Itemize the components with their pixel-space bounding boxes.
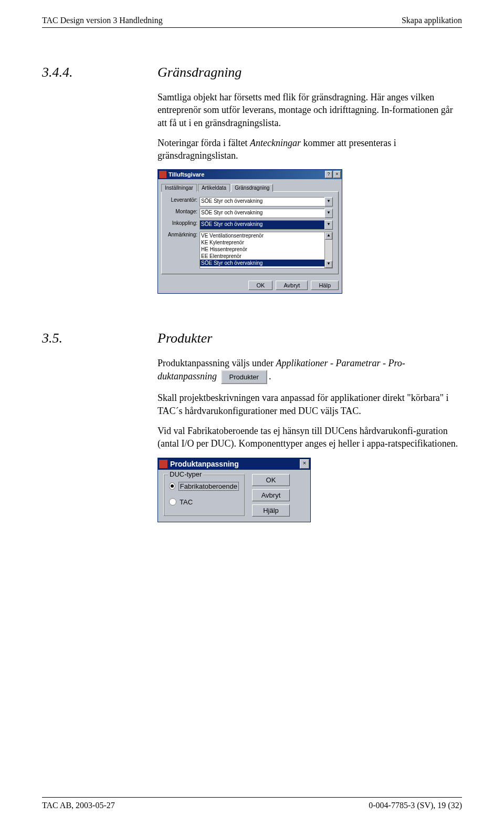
combo-leverantor[interactable]: SÖE Styr och övervakning ▼ [200,197,333,206]
chevron-down-icon[interactable]: ▼ [324,209,333,218]
list-item[interactable]: KE Kylentreprenör [200,239,332,246]
dialog2-titlebar[interactable]: Produktanpassning × [158,458,310,470]
group-title: DUC-typer [168,470,203,478]
radio-icon [169,482,175,490]
chevron-down-icon[interactable]: ▼ [324,197,333,206]
tab-gransdragning[interactable]: Gränsdragning [231,184,273,192]
dialog1-panel: Leverantör: SÖE Styr och övervakning ▼ M… [161,191,339,274]
ok-button[interactable]: OK [248,281,272,290]
section-title-35: Produkter [158,331,212,346]
combo-leverantor-value: SÖE Styr och övervakning [200,197,324,206]
list-item[interactable]: EE Elentreprenör [200,253,332,260]
cancel-button[interactable]: Avbryt [252,489,290,501]
section-35-body: Produktanpassning väljs under Applikatio… [158,357,462,450]
label-montage: Montage: [167,209,200,214]
scrollbar[interactable]: ▲ ▼ [324,232,332,268]
cancel-button[interactable]: Avbryt [276,281,308,290]
help-button[interactable]: ? [325,171,332,178]
help-button[interactable]: Hälp [311,281,339,290]
radio-fabrikatoberoende[interactable]: Fabrikatoberoende [169,482,239,491]
close-button[interactable]: × [300,459,309,469]
dialog1-title: Tilluftsgivare [169,171,324,178]
dialog1-titlebar[interactable]: Tilluftsgivare ? × [158,170,342,179]
dialog1-buttons: OK Avbryt Hälp [158,277,342,293]
combo-montage[interactable]: SÖE Styr och övervakning ▼ [200,209,333,218]
para-35-3: Vid val Fabrikatoberoende tas ej hänsyn … [158,425,462,450]
radio-label: Fabrikatoberoende [178,482,239,491]
app-icon [159,171,166,178]
help-button[interactable]: Hjälp [252,504,290,517]
section-344-heading: 3.4.4. Gränsdragning [42,65,462,80]
chevron-down-icon[interactable]: ▼ [324,220,333,230]
app-icon [159,460,167,468]
dialog-tilluftsgivare: Tilluftsgivare ? × Inställningar Artikel… [158,169,342,294]
list-item-selected[interactable]: SÖE Styr och övervakning [200,260,332,266]
section-344-body: Samtliga objekt har försetts med flik fö… [158,91,462,162]
header-left: TAC Design version 3 Handledning [42,16,163,25]
dialog1-tabs: Inställningar Artikeldata Gränsdragning [161,183,339,191]
combo-inkoppling[interactable]: SÖE Styr och övervakning ▼ [200,220,333,230]
page-footer: TAC AB, 2003-05-27 0-004-7785-3 (SV), 19… [42,797,462,810]
ok-button[interactable]: OK [252,474,290,486]
listbox-anmarkning[interactable]: VE Ventilationsentreprenör KE Kylentrepr… [200,232,333,269]
groupbox-duc-typer: DUC-typer Fabrikatoberoende TAC [163,474,245,516]
para-35-1: Produktanpassning väljs under Applikatio… [158,357,462,384]
tab-installningar[interactable]: Inställningar [161,184,197,192]
dialog2-body: DUC-typer Fabrikatoberoende TAC OK Avbry… [158,470,310,522]
combo-montage-value: SÖE Styr och övervakning [200,209,324,218]
section-number-35: 3.5. [42,331,158,346]
dialog2-title: Produktanpassning [170,460,300,468]
list-item[interactable]: VE Ventilationsentreprenör [200,232,332,239]
section-number-344: 3.4.4. [42,65,158,80]
para-35-2: Skall projektbeskrivningen vara anpassad… [158,391,462,417]
label-leverantor: Leverantör: [167,197,200,203]
label-inkoppling: Inkoppling: [167,220,200,226]
label-anmarkning: Anmärkning: [167,232,200,238]
close-button[interactable]: × [333,171,341,178]
scroll-up-icon[interactable]: ▲ [325,232,332,240]
scroll-down-icon[interactable]: ▼ [325,261,332,268]
para-344-2: Noteringar förda i fältet Anteckningar k… [158,137,462,162]
produkter-button[interactable]: Produkter [221,370,267,385]
radio-label: TAC [180,498,193,506]
footer-left: TAC AB, 2003-05-27 [42,801,115,810]
radio-icon [169,498,176,505]
tab-artikeldata[interactable]: Artikeldata [198,184,230,192]
header-right: Skapa applikation [402,16,462,25]
radio-tac[interactable]: TAC [169,498,239,506]
para-344-1: Samtliga objekt har försetts med flik fö… [158,91,462,129]
section-35-heading: 3.5. Produkter [42,331,462,346]
page-header: TAC Design version 3 Handledning Skapa a… [42,16,462,28]
section-title-344: Gränsdragning [158,65,242,80]
dialog2-buttons: OK Avbryt Hjälp [252,474,290,517]
footer-right: 0-004-7785-3 (SV), 19 (32) [369,801,462,810]
dialog-produktanpassning: Produktanpassning × DUC-typer Fabrikatob… [158,458,311,522]
list-item[interactable]: HE Hissentreprenör [200,246,332,253]
combo-inkoppling-value: SÖE Styr och övervakning [200,220,324,230]
